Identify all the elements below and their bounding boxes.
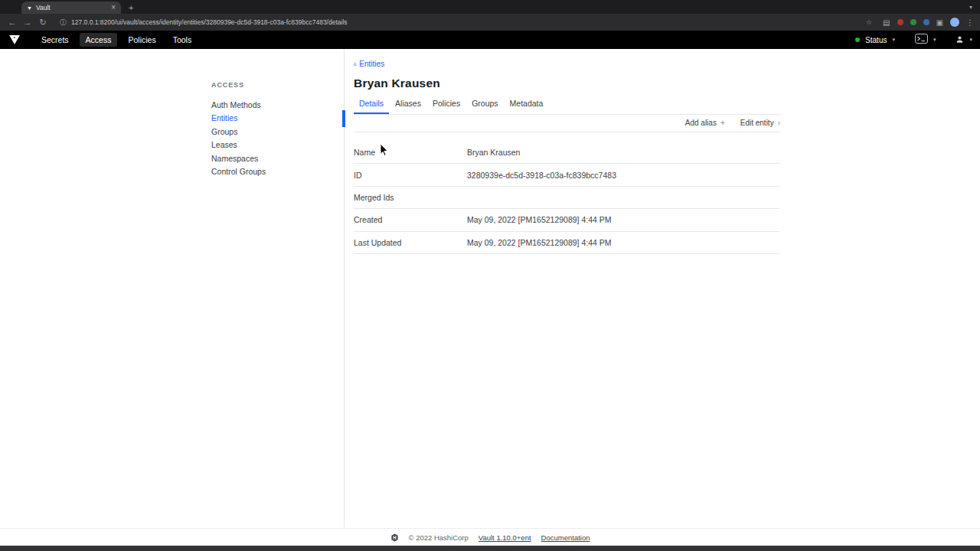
footer-copyright: © 2022 HashiCorp bbox=[409, 533, 469, 542]
sidebar-item-entities[interactable]: Entities bbox=[211, 112, 338, 126]
browser-menu-icon[interactable]: ⋮ bbox=[966, 18, 974, 27]
entity-tabs: Details Aliases Policies Groups Metadata bbox=[354, 93, 780, 115]
status-dot-icon bbox=[855, 37, 860, 42]
add-alias-button[interactable]: Add alias + bbox=[685, 119, 725, 127]
browser-tab[interactable]: ▼ Vault × bbox=[21, 2, 121, 14]
row-value: 3280939e-dc5d-3918-c03a-fc839bcc7483 bbox=[467, 171, 616, 180]
web-cli-icon[interactable] bbox=[915, 33, 928, 47]
tab-metadata[interactable]: Metadata bbox=[505, 93, 549, 114]
vault-logo-icon[interactable] bbox=[9, 35, 20, 44]
tab-details[interactable]: Details bbox=[354, 93, 389, 114]
mouse-cursor bbox=[380, 143, 389, 159]
nav-secrets[interactable]: Secrets bbox=[35, 33, 75, 47]
url-text[interactable]: 127.0.0.1:8200/ui/vault/access/identity/… bbox=[71, 18, 348, 26]
user-chevron-icon[interactable]: ▾ bbox=[969, 37, 972, 43]
browser-profile-avatar[interactable] bbox=[950, 18, 959, 27]
breadcrumb[interactable]: ‹ Entities bbox=[354, 60, 384, 68]
chevron-left-icon: ‹ bbox=[354, 60, 356, 68]
vault-app-header: Secrets Access Policies Tools Status ▾ ▾… bbox=[0, 31, 980, 49]
browser-toolbar: ← → ↻ ⓘ 127.0.0.1:8200/ui/vault/access/i… bbox=[0, 14, 980, 31]
bookmark-star-icon[interactable]: ☆ bbox=[866, 18, 872, 26]
entity-toolbar: Add alias + Edit entity › bbox=[354, 113, 780, 132]
cli-chevron-icon[interactable]: ▾ bbox=[933, 37, 936, 43]
footer-documentation-link[interactable]: Documentation bbox=[541, 533, 590, 542]
row-label: Last Updated bbox=[354, 238, 467, 247]
detail-rows: Name Bryan Krausen ID 3280939e-dc5d-3918… bbox=[354, 142, 780, 254]
app-footer: © 2022 HashiCorp Vault 1.10.0+ent Docume… bbox=[0, 528, 980, 546]
window-bottom-edge bbox=[0, 546, 980, 551]
browser-toolbar-right: ▤ ▣ ⋮ bbox=[883, 18, 974, 27]
footer-version-link[interactable]: Vault 1.10.0+ent bbox=[479, 533, 531, 542]
row-label: Created bbox=[354, 215, 467, 224]
user-icon[interactable] bbox=[956, 33, 964, 47]
reload-icon[interactable]: ↻ bbox=[37, 18, 49, 28]
site-info-icon[interactable]: ⓘ bbox=[60, 18, 67, 28]
active-item-indicator bbox=[342, 110, 345, 127]
tab-title: Vault bbox=[36, 4, 107, 11]
tab-groups[interactable]: Groups bbox=[466, 93, 503, 114]
row-label: ID bbox=[354, 171, 467, 180]
chevron-right-icon: › bbox=[778, 119, 780, 127]
entity-detail-main: ‹ Entities Bryan Krausen Details Aliases… bbox=[354, 49, 780, 528]
hashicorp-logo-icon bbox=[390, 533, 399, 542]
nav-tools[interactable]: Tools bbox=[167, 33, 198, 47]
extension-blue-icon[interactable] bbox=[923, 19, 929, 25]
detail-row-id: ID 3280939e-dc5d-3918-c03a-fc839bcc7483 bbox=[354, 164, 780, 186]
row-value: Bryan Krausen bbox=[467, 148, 520, 157]
extensions-icon[interactable]: ▣ bbox=[936, 18, 943, 27]
plus-icon: + bbox=[720, 119, 725, 127]
sidebar-item-control-groups[interactable]: Control Groups bbox=[211, 165, 338, 179]
sidebar-item-namespaces[interactable]: Namespaces bbox=[211, 152, 338, 165]
row-label: Name bbox=[354, 148, 467, 157]
extension-green-icon[interactable] bbox=[910, 19, 916, 25]
edit-entity-button[interactable]: Edit entity › bbox=[740, 119, 780, 127]
forward-icon[interactable]: → bbox=[21, 18, 34, 27]
row-value: May 09, 2022 [PM1652129089] 4:44 PM bbox=[467, 215, 612, 224]
sidebar-item-auth-methods[interactable]: Auth Methods bbox=[211, 98, 338, 112]
new-tab-button[interactable]: + bbox=[129, 3, 133, 12]
page-title: Bryan Krausen bbox=[354, 77, 440, 90]
tab-close-icon[interactable]: × bbox=[111, 4, 116, 11]
add-alias-label: Add alias bbox=[685, 119, 717, 127]
browser-tabstrip: ▼ Vault × + ▾ bbox=[0, 0, 980, 14]
tab-search-icon[interactable]: ▾ bbox=[969, 4, 972, 11]
url-bar[interactable]: ⓘ 127.0.0.1:8200/ui/vault/access/identit… bbox=[52, 16, 880, 28]
status-menu[interactable]: Status bbox=[865, 36, 887, 44]
breadcrumb-entities-link[interactable]: Entities bbox=[359, 60, 384, 68]
nav-access[interactable]: Access bbox=[80, 33, 118, 47]
edit-entity-label: Edit entity bbox=[740, 119, 774, 127]
page-content: ACCESS Auth Methods Entities Groups Leas… bbox=[0, 49, 980, 528]
header-right: Status ▾ ▾ ▾ bbox=[855, 33, 972, 47]
extension-red-icon[interactable] bbox=[897, 19, 903, 25]
row-value: May 09, 2022 [PM1652129089] 4:44 PM bbox=[467, 238, 612, 247]
access-sidebar: ACCESS Auth Methods Entities Groups Leas… bbox=[0, 49, 345, 528]
detail-row-last-updated: Last Updated May 09, 2022 [PM1652129089]… bbox=[354, 232, 780, 254]
detail-row-merged-ids: Merged Ids bbox=[354, 187, 780, 209]
detail-row-created: Created May 09, 2022 [PM1652129089] 4:44… bbox=[354, 209, 780, 231]
tab-policies[interactable]: Policies bbox=[427, 93, 466, 114]
sidebar-section-label: ACCESS bbox=[211, 81, 244, 89]
primary-nav: Secrets Access Policies Tools bbox=[35, 33, 198, 47]
sidebar-item-groups[interactable]: Groups bbox=[211, 125, 338, 139]
row-label: Merged Ids bbox=[354, 193, 467, 202]
screen: ▼ Vault × + ▾ ← → ↻ ⓘ 127.0.0.1:8200/ui/… bbox=[0, 0, 980, 551]
status-chevron-icon[interactable]: ▾ bbox=[892, 37, 895, 43]
sidebar-item-leases[interactable]: Leases bbox=[211, 139, 338, 152]
vault-favicon-icon: ▼ bbox=[27, 5, 32, 11]
detail-row-name: Name Bryan Krausen bbox=[354, 142, 780, 164]
side-panel-icon[interactable]: ▤ bbox=[883, 18, 890, 27]
nav-policies[interactable]: Policies bbox=[122, 33, 162, 47]
sidebar-nav: Auth Methods Entities Groups Leases Name… bbox=[211, 98, 338, 178]
back-icon[interactable]: ← bbox=[6, 18, 18, 27]
tab-aliases[interactable]: Aliases bbox=[390, 93, 426, 114]
